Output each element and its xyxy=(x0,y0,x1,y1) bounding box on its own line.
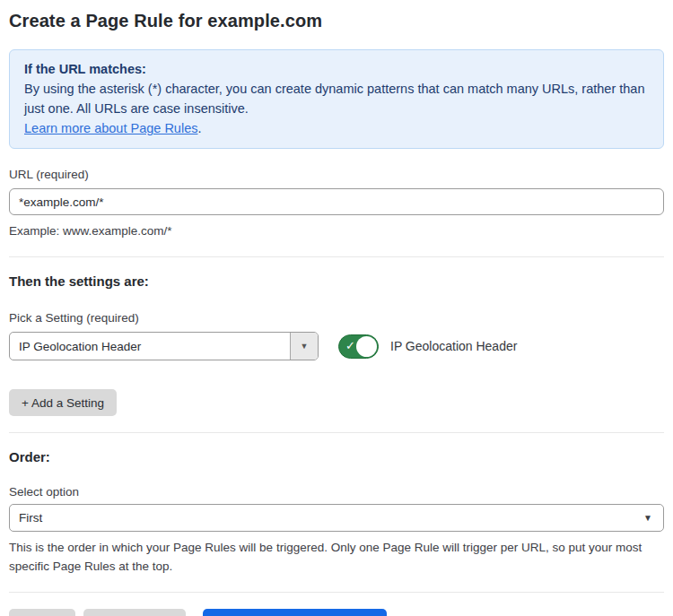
save-deploy-button[interactable]: Save and Deploy Page Rule xyxy=(203,609,388,616)
setting-row: IP Geolocation Header ▼ ✓ IP Geolocation… xyxy=(9,332,664,360)
ip-geolocation-toggle[interactable]: ✓ xyxy=(338,334,379,359)
page-title: Create a Page Rule for example.com xyxy=(9,11,664,31)
toggle-knob xyxy=(356,336,377,357)
caret-down-icon[interactable]: ▼ xyxy=(290,333,318,360)
save-draft-button[interactable]: Save as Draft xyxy=(83,609,186,616)
settings-heading: Then the settings are: xyxy=(9,273,664,289)
divider xyxy=(9,592,664,593)
learn-more-link[interactable]: Learn more about Page Rules xyxy=(24,121,197,135)
url-match-info-box: If the URL matches: By using the asteris… xyxy=(9,49,664,149)
divider xyxy=(9,432,664,433)
url-label: URL (required) xyxy=(9,168,664,181)
setting-picker-value: IP Geolocation Header xyxy=(10,333,290,360)
setting-picker-label: Pick a Setting (required) xyxy=(9,311,664,325)
toggle-label: IP Geolocation Header xyxy=(390,339,517,353)
link-suffix: . xyxy=(197,121,201,135)
url-helper: Example: www.example.com/* xyxy=(9,221,664,240)
caret-down-icon: ▼ xyxy=(643,513,652,523)
info-box-link-row: Learn more about Page Rules. xyxy=(24,118,649,138)
order-helper: This is the order in which your Page Rul… xyxy=(9,538,664,576)
info-box-heading: If the URL matches: xyxy=(24,59,649,79)
toggle-group: ✓ IP Geolocation Header xyxy=(338,334,517,359)
action-buttons: Cancel Save as Draft Save and Deploy Pag… xyxy=(9,609,664,616)
order-select-label: Select option xyxy=(9,485,664,499)
divider xyxy=(9,256,664,257)
add-setting-button[interactable]: + Add a Setting xyxy=(9,389,117,416)
cancel-button[interactable]: Cancel xyxy=(9,609,75,616)
check-icon: ✓ xyxy=(345,339,355,352)
order-select[interactable]: First ▼ xyxy=(9,504,664,532)
order-select-value: First xyxy=(19,511,42,525)
order-heading: Order: xyxy=(9,449,664,464)
setting-picker[interactable]: IP Geolocation Header ▼ xyxy=(9,332,319,360)
info-box-body: By using the asterisk (*) character, you… xyxy=(24,79,649,118)
url-input[interactable] xyxy=(9,188,664,215)
create-page-rule-form: Create a Page Rule for example.com If th… xyxy=(0,0,673,616)
